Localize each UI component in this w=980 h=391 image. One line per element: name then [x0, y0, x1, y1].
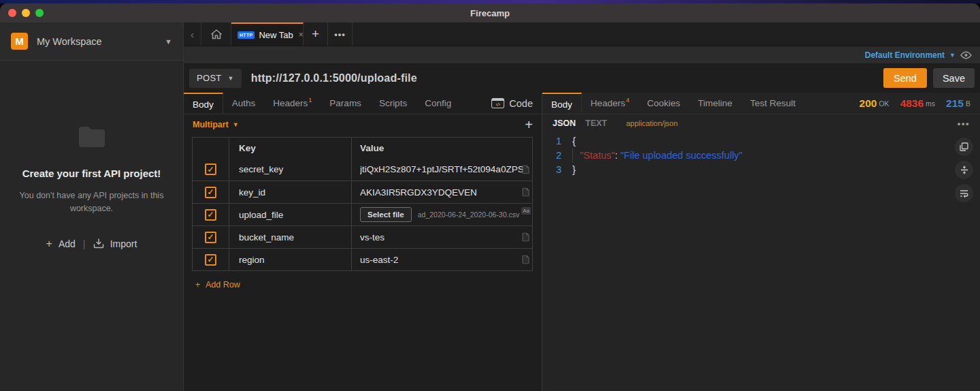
request-tab-config[interactable]: Config: [416, 93, 460, 114]
file-icon: [522, 188, 529, 197]
json-token-plain: }: [572, 163, 576, 177]
row-value-cell[interactable]: Select filead_2020-06-24_2020-06-30.csvA…: [352, 204, 532, 225]
format-tab-json[interactable]: JSON: [553, 119, 576, 128]
line-number: 2: [542, 148, 572, 163]
response-tab-test-result[interactable]: Test Result: [741, 93, 804, 114]
row-checkbox-cell: ✓: [193, 204, 229, 225]
method-dropdown[interactable]: POST ▼: [189, 69, 242, 88]
row-value: vs-tes: [360, 232, 385, 243]
request-tabs: BodyAuthsHeaders1ParamsScriptsConfig ‹/›…: [184, 93, 542, 114]
request-tab-params[interactable]: Params: [321, 93, 370, 114]
line-content: "Status": "File uploaded successfully": [572, 148, 742, 163]
window-title: Firecamp: [470, 8, 510, 18]
url-input[interactable]: http://127.0.0.1:5000/upload-file: [251, 72, 883, 84]
row-key: upload_file: [239, 210, 283, 220]
response-time: 4836: [900, 97, 924, 110]
request-tab-headers[interactable]: Headers1: [264, 93, 321, 114]
new-tab-button[interactable]: +: [304, 22, 328, 46]
response-size-unit: B: [966, 99, 970, 108]
request-tab-label: New Tab: [259, 30, 293, 40]
row-value-cell[interactable]: AKIA3IR5RGDX3YDQEVEN: [352, 181, 532, 203]
history-back-button[interactable]: ‹: [184, 22, 201, 46]
text-mode-icon: Aa: [521, 207, 531, 215]
word-wrap-button[interactable]: [955, 184, 973, 202]
more-options-button[interactable]: •••: [958, 119, 970, 129]
empty-state-subtitle: You don't have any API projects in this …: [19, 189, 164, 216]
add-project-button[interactable]: Add: [59, 238, 76, 249]
firecamp-window: Firecamp M My Workspace ▼ Create your fi…: [0, 3, 980, 391]
tab-count-badge: 1: [308, 97, 312, 104]
home-button[interactable]: [201, 22, 231, 46]
request-url-row: POST ▼ http://127.0.0.1:5000/upload-file…: [184, 63, 980, 93]
minimize-window-button[interactable]: [22, 9, 30, 17]
workspace-avatar: M: [11, 33, 28, 50]
fold-button[interactable]: [955, 161, 973, 179]
row-value-cell[interactable]: vs-tes: [352, 226, 532, 248]
row-checkbox-cell: ✓: [193, 226, 229, 248]
response-body-editor[interactable]: 1{2"Status": "File uploaded successfully…: [542, 132, 980, 391]
import-project-button[interactable]: Import: [110, 238, 137, 249]
row-checkbox[interactable]: ✓: [205, 232, 216, 243]
table-row: ✓upload_fileSelect filead_2020-06-24_202…: [193, 203, 532, 225]
copy-button[interactable]: [955, 138, 973, 156]
row-key: region: [239, 255, 265, 265]
row-checkbox[interactable]: ✓: [205, 187, 216, 198]
environment-selector[interactable]: Default Environment: [865, 50, 945, 60]
body-type-label: Multipart: [193, 120, 229, 129]
traffic-lights: [8, 9, 44, 17]
request-tab-label: Auths: [232, 98, 256, 108]
add-row-label: Add Row: [206, 280, 240, 290]
workspace-switcher[interactable]: M My Workspace ▼: [0, 22, 183, 61]
code-line: 1{: [542, 134, 980, 148]
json-token-plain: {: [572, 134, 576, 148]
request-tab-auths[interactable]: Auths: [223, 93, 265, 114]
home-icon: [210, 29, 223, 40]
response-tab-timeline[interactable]: Timeline: [689, 93, 742, 114]
response-tab-label: Test Result: [750, 98, 796, 108]
row-checkbox[interactable]: ✓: [205, 209, 216, 221]
row-key-cell[interactable]: upload_file: [229, 204, 352, 225]
select-file-button[interactable]: Select file: [360, 207, 412, 222]
row-checkbox[interactable]: ✓: [205, 254, 216, 266]
row-key-cell[interactable]: key_id: [229, 181, 352, 203]
add-row-button[interactable]: + Add Row: [195, 280, 542, 290]
response-tab-label: Cookies: [647, 98, 681, 108]
eye-icon[interactable]: [960, 51, 972, 59]
body-type-row: Multipart ▼ +: [184, 114, 542, 135]
row-key-cell[interactable]: region: [229, 249, 352, 270]
row-value-cell[interactable]: jtiQxH2Sz807+1ptJ/SRTf+52t094a0ZPS: [352, 158, 532, 181]
row-key-cell[interactable]: bucket_name: [229, 226, 352, 248]
response-tabs: BodyHeaders4CookiesTimelineTest Result 2…: [542, 93, 980, 114]
add-row-plus-button[interactable]: +: [525, 117, 533, 133]
table-row: ✓regionus-east-2: [193, 248, 532, 270]
row-value: us-east-2: [360, 255, 398, 265]
row-value-cell[interactable]: us-east-2: [352, 249, 532, 270]
body-type-dropdown[interactable]: Multipart ▼: [193, 120, 239, 129]
zoom-window-button[interactable]: [35, 9, 44, 17]
chevron-down-icon: ▼: [228, 75, 234, 82]
response-tab-body[interactable]: Body: [542, 93, 582, 114]
close-window-button[interactable]: [8, 9, 16, 17]
send-button[interactable]: Send: [883, 68, 927, 88]
response-tab-headers[interactable]: Headers4: [582, 93, 638, 114]
save-button[interactable]: Save: [933, 68, 975, 88]
code-button[interactable]: ‹/› Code: [491, 93, 542, 114]
word-wrap-icon: [960, 189, 968, 198]
tab-overflow-button[interactable]: •••: [328, 22, 353, 46]
import-icon: [93, 238, 104, 249]
close-tab-icon[interactable]: ×: [299, 30, 304, 40]
row-checkbox-cell: ✓: [193, 249, 229, 270]
status-code-unit: OK: [879, 99, 889, 108]
request-tab-scripts[interactable]: Scripts: [370, 93, 416, 114]
request-tab-body[interactable]: Body: [184, 93, 223, 114]
format-tab-text[interactable]: TEXT: [585, 119, 607, 128]
file-icon: [522, 255, 529, 264]
row-checkbox[interactable]: ✓: [205, 163, 216, 175]
fold-icon: [960, 166, 968, 174]
response-tab-label: Body: [551, 99, 572, 110]
request-tab[interactable]: HTTP New Tab ×: [231, 22, 304, 46]
response-tab-cookies[interactable]: Cookies: [638, 93, 689, 114]
row-value: jtiQxH2Sz807+1ptJ/SRTf+52t094a0ZPS: [360, 164, 524, 174]
content-type-label: application/json: [626, 119, 678, 127]
row-key-cell[interactable]: secret_key: [229, 158, 352, 181]
